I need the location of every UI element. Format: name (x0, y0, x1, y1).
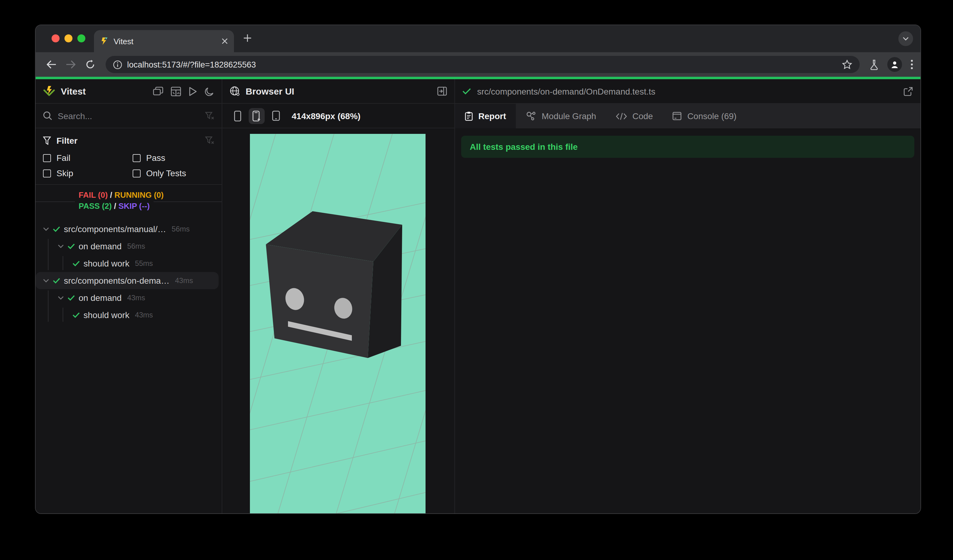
code-icon (616, 112, 627, 120)
site-info-icon[interactable] (113, 60, 122, 69)
checkbox-icon[interactable] (133, 169, 141, 177)
browser-tab[interactable]: Vitest (94, 30, 234, 52)
filter-checkbox-only-tests[interactable]: Only Tests (133, 168, 214, 178)
chevron-down-icon[interactable] (43, 227, 49, 231)
indent-guide (63, 256, 63, 270)
run-all-icon[interactable] (188, 86, 197, 96)
profile-avatar-icon[interactable] (887, 57, 902, 72)
browser-tab-strip: Vitest (36, 25, 920, 52)
summary-line-2: PASS (2) / SKIP (--) (75, 201, 154, 212)
tab-code[interactable]: Code (606, 104, 663, 128)
pass-check-icon (463, 88, 471, 95)
filter-options: Fail Pass Skip Only Tests (43, 153, 214, 178)
test-summary: FAIL (0) / RUNNING (0) PASS (2) / SKIP (… (36, 185, 222, 217)
viewport-phone-small-icon[interactable] (230, 108, 245, 124)
dark-mode-moon-icon[interactable] (205, 86, 214, 96)
tab-module-graph[interactable]: Module Graph (516, 104, 606, 128)
tab-search-chevron-icon[interactable] (898, 31, 913, 46)
filter-section: Filter Fail Pass Skip Only Tests (36, 128, 222, 185)
clear-search-filter-icon[interactable] (205, 112, 214, 120)
browser-ui-panel: Browser UI 414x896px (222, 79, 455, 513)
experiments-flask-icon[interactable] (869, 59, 879, 70)
test-file-children: on demand 43ms should work 43ms (36, 289, 222, 324)
search-icon (43, 111, 52, 120)
toolbar-right-icons (869, 57, 913, 72)
checkbox-icon[interactable] (43, 154, 51, 162)
chevron-down-icon[interactable] (43, 279, 49, 282)
preview-title: Browser UI (245, 86, 294, 96)
robot-cube (266, 211, 402, 358)
filter-funnel-icon (43, 137, 51, 145)
chevron-down-icon[interactable] (58, 296, 64, 299)
pass-check-icon (53, 278, 60, 284)
indent-guide (48, 239, 48, 270)
pass-check-icon (68, 295, 75, 301)
viewport-size-label: 414x896px (68%) (292, 111, 360, 121)
pass-check-icon (53, 226, 60, 232)
report-header: src/components/on-demand/OnDemand.test.t… (455, 79, 920, 104)
url-text[interactable]: localhost:5173/#/?file=1828625563 (127, 60, 842, 69)
pass-check-icon (73, 312, 80, 318)
filter-checkbox-pass[interactable]: Pass (133, 153, 214, 163)
filter-title: Filter (56, 136, 78, 146)
checkbox-icon[interactable] (43, 169, 51, 177)
reload-icon[interactable] (82, 56, 98, 73)
bookmark-star-icon[interactable] (842, 60, 852, 70)
dashboard-icon[interactable] (171, 86, 181, 96)
filter-checkbox-skip[interactable]: Skip (43, 168, 133, 178)
search-input[interactable] (58, 111, 205, 121)
vitest-logo-icon (43, 85, 55, 97)
zoom-window-button[interactable] (78, 34, 85, 42)
browser-window: Vitest (35, 25, 921, 514)
test-file-children: on demand 56ms should work 55ms (36, 237, 222, 272)
tab-title: Vitest (113, 37, 222, 46)
close-window-button[interactable] (51, 34, 60, 42)
viewport-tablet-icon[interactable] (268, 108, 284, 124)
back-icon[interactable] (43, 56, 59, 73)
browser-toolbar: localhost:5173/#/?file=1828625563 (36, 52, 920, 77)
open-in-editor-icon[interactable] (903, 86, 913, 96)
checkbox-icon[interactable] (133, 154, 141, 162)
tab-console[interactable]: Console (69) (663, 104, 747, 128)
running-count: RUNNING (0) (115, 190, 164, 200)
forward-icon[interactable] (63, 56, 79, 73)
report-panel: src/components/on-demand/OnDemand.test.t… (455, 79, 920, 513)
indent-guide (63, 308, 63, 322)
fail-count: FAIL (0) (79, 190, 108, 200)
address-bar[interactable]: localhost:5173/#/?file=1828625563 (106, 56, 860, 73)
menu-dots-icon[interactable] (911, 60, 913, 70)
report-tabbar: Report Module Graph Code (455, 104, 920, 128)
test-tree: src/components/manual/… 56ms on demand 5… (36, 217, 222, 513)
screen: Vitest (0, 0, 953, 560)
module-graph-icon (526, 111, 536, 121)
report-body: All tests passed in this file (455, 128, 920, 513)
viewport-phone-plus-icon[interactable] (249, 108, 265, 124)
tab-close-icon[interactable] (222, 38, 228, 44)
vitest-ui: Vitest (36, 79, 920, 513)
collapse-panels-icon[interactable] (153, 87, 163, 96)
filter-checkbox-fail[interactable]: Fail (43, 153, 133, 163)
clear-filter-icon[interactable] (205, 137, 214, 145)
page-progress-bar (36, 77, 920, 79)
tests-passed-banner: All tests passed in this file (461, 136, 914, 158)
app-title: Vitest (61, 86, 86, 96)
test-suite-row[interactable]: on demand 43ms (36, 289, 222, 306)
summary-line-1: FAIL (0) / RUNNING (0) (75, 190, 167, 201)
sidebar-actions (153, 86, 214, 96)
tab-favicon-vitest-icon (100, 37, 109, 45)
new-tab-button[interactable] (243, 34, 252, 42)
test-suite-row[interactable]: on demand 56ms (36, 237, 222, 255)
test-case-row[interactable]: should work 43ms (36, 306, 222, 324)
skip-count: SKIP (--) (118, 202, 150, 211)
sidebar-header: Vitest (36, 79, 222, 104)
pass-count: PASS (2) (79, 202, 112, 211)
tab-report[interactable]: Report (455, 104, 516, 128)
chevron-down-icon[interactable] (58, 244, 64, 248)
minimize-window-button[interactable] (64, 34, 73, 42)
test-case-row[interactable]: should work 55ms (36, 255, 222, 272)
test-file-row-selected[interactable]: src/components/on-dema… 43ms (36, 272, 219, 289)
test-file-row[interactable]: src/components/manual/… 56ms (36, 220, 222, 237)
test-file-path: src/components/on-demand/OnDemand.test.t… (477, 86, 655, 96)
dock-panel-right-icon[interactable] (437, 87, 447, 96)
tested-app-viewport[interactable] (250, 134, 425, 514)
